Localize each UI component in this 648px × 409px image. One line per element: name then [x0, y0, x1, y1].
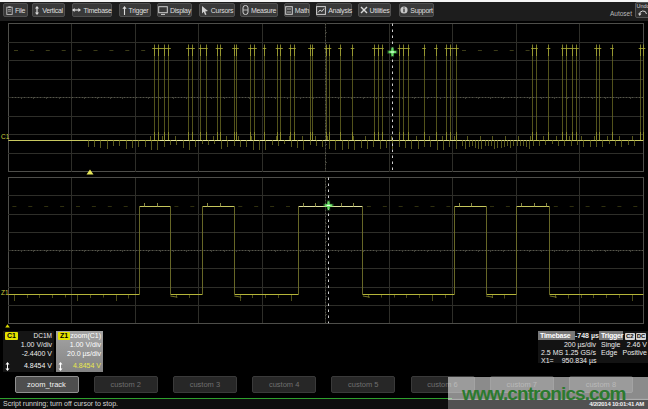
- svg-text:C1: C1: [1, 133, 10, 140]
- svg-text:Z1: Z1: [1, 289, 9, 296]
